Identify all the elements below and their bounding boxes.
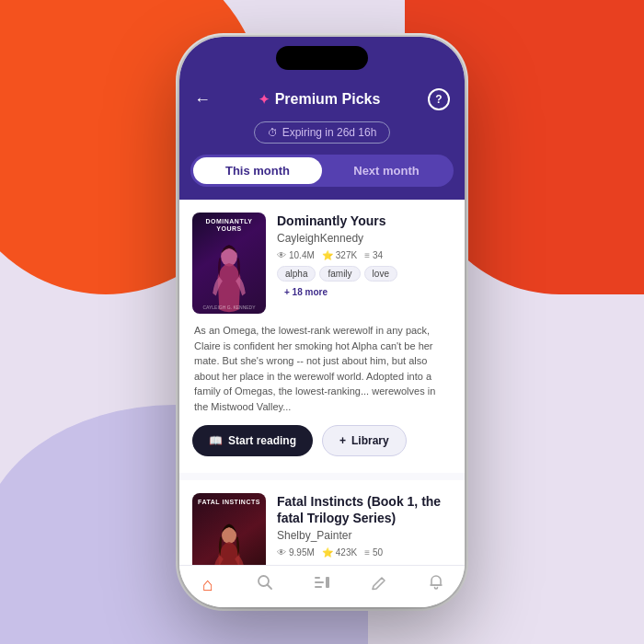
home-icon: ⌂ — [202, 574, 213, 595]
phone-frame: ← ✦ Premium Picks ? ⏱ Expiring in 26d 16… — [179, 37, 465, 607]
book-tags-1: alpha family love + 18 more — [277, 266, 452, 299]
eye-icon-1: 👁 — [277, 250, 286, 260]
svg-rect-5 — [315, 581, 324, 583]
book-cover-1: DOMINANTLY YOURS CAYLEIGH G. KENNEDY — [192, 213, 266, 314]
book-info-1: Dominantly Yours CayleighKennedy 👁 10.4M… — [277, 213, 452, 314]
book-open-icon: 📖 — [209, 434, 223, 447]
views-value-1: 10.4M — [289, 250, 315, 260]
eye-icon-2: 👁 — [277, 547, 286, 558]
page-title: ✦ Premium Picks — [259, 91, 381, 108]
book-top-2: FATAL INSTINCTS THE FATAL TRILOGY ONE Fa… — [192, 493, 452, 565]
chapters-value-1: 34 — [373, 250, 383, 260]
svg-line-3 — [268, 585, 272, 590]
stat-rating-2: ⭐ 423K — [322, 547, 357, 558]
nav-browse[interactable] — [293, 573, 351, 596]
tabs-container: This month Next month — [179, 155, 465, 200]
chapters-icon-1: ≡ — [364, 250, 370, 260]
book-title-2: Fatal Instincts (Book 1, the fatal Trilo… — [277, 493, 452, 526]
nav-write[interactable] — [351, 573, 408, 596]
write-icon — [370, 573, 388, 596]
tag-love: love — [364, 266, 397, 282]
tag-more[interactable]: + 18 more — [277, 285, 335, 299]
book-info-2: Fatal Instincts (Book 1, the fatal Trilo… — [277, 493, 452, 565]
star-icon-1: ⭐ — [322, 250, 333, 260]
stat-chapters-1: ≡ 34 — [364, 250, 383, 260]
book-cover-2: FATAL INSTINCTS THE FATAL TRILOGY ONE — [192, 493, 266, 565]
help-button[interactable]: ? — [428, 88, 450, 110]
library-label: Library — [351, 434, 389, 447]
svg-rect-7 — [326, 577, 329, 588]
stat-rating-1: ⭐ 327K — [322, 250, 357, 260]
header: ← ✦ Premium Picks ? — [179, 83, 465, 121]
book-description-1: As an Omega, the lowest-rank werewolf in… — [192, 323, 452, 414]
chapters-icon-2: ≡ — [364, 547, 370, 558]
book-card-2: FATAL INSTINCTS THE FATAL TRILOGY ONE Fa… — [179, 480, 465, 565]
stat-chapters-2: ≡ 50 — [364, 547, 383, 558]
plus-icon: + — [339, 434, 346, 447]
book-stats-2: 👁 9.95M ⭐ 423K ≡ 50 — [277, 547, 452, 558]
expiry-row: ⏱ Expiring in 26d 16h — [179, 121, 465, 155]
start-reading-label: Start reading — [228, 434, 296, 447]
book-actions-1: 📖 Start reading + Library — [192, 425, 452, 456]
browse-icon — [313, 573, 331, 596]
premium-star-icon: ✦ — [259, 92, 270, 107]
rating-value-2: 423K — [336, 547, 357, 558]
nav-search[interactable] — [236, 573, 293, 596]
views-value-2: 9.95M — [289, 547, 315, 558]
tag-alpha: alpha — [277, 266, 316, 282]
dynamic-island — [276, 46, 368, 70]
content-area[interactable]: DOMINANTLY YOURS CAYLEIGH G. KENNEDY — [179, 200, 465, 565]
book-author-2: Shelby_Painter — [277, 529, 452, 542]
rating-value-1: 327K — [336, 250, 357, 260]
bottom-nav: ⌂ — [179, 565, 465, 607]
book-top-1: DOMINANTLY YOURS CAYLEIGH G. KENNEDY — [192, 213, 452, 314]
status-bar — [179, 37, 465, 83]
page-title-text: Premium Picks — [275, 91, 381, 108]
cover-title-1: DOMINANTLY YOURS — [196, 218, 262, 234]
tabs-inner: This month Next month — [190, 155, 454, 187]
tab-this-month[interactable]: This month — [193, 157, 322, 184]
expiry-badge: ⏱ Expiring in 26d 16h — [254, 121, 391, 144]
expiry-text: Expiring in 26d 16h — [282, 126, 377, 139]
clock-icon: ⏱ — [268, 127, 278, 138]
chapters-value-2: 50 — [373, 547, 383, 558]
stat-views-2: 👁 9.95M — [277, 547, 315, 558]
cover-figure-2 — [201, 521, 257, 565]
book-card-1: DOMINANTLY YOURS CAYLEIGH G. KENNEDY — [179, 200, 465, 473]
cover-figure-1 — [201, 240, 257, 314]
book-stats-1: 👁 10.4M ⭐ 327K ≡ 34 — [277, 250, 452, 260]
start-reading-button[interactable]: 📖 Start reading — [192, 425, 313, 456]
cover-title-2: FATAL INSTINCTS — [196, 499, 262, 506]
svg-rect-4 — [315, 577, 320, 579]
tab-next-month[interactable]: Next month — [322, 157, 451, 184]
stat-views-1: 👁 10.4M — [277, 250, 315, 260]
svg-rect-6 — [315, 586, 322, 588]
back-button[interactable]: ← — [194, 90, 211, 109]
book-title-1: Dominantly Yours — [277, 213, 452, 229]
book-author-1: CayleighKennedy — [277, 232, 452, 245]
bell-icon — [427, 573, 445, 596]
cover-author-1: CAYLEIGH G. KENNEDY — [196, 305, 262, 310]
add-to-library-button[interactable]: + Library — [322, 425, 407, 456]
star-icon-2: ⭐ — [322, 547, 333, 558]
search-icon — [256, 573, 274, 596]
tag-family: family — [319, 266, 360, 282]
